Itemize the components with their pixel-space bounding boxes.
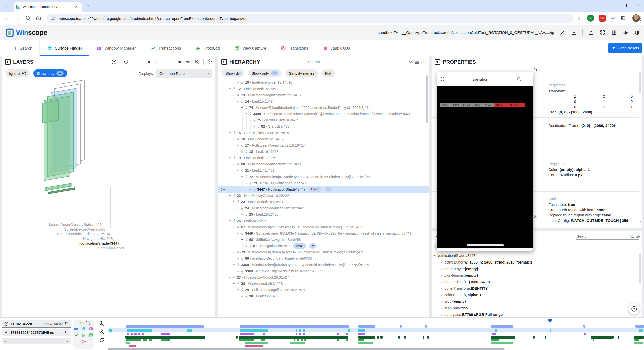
expand-arrow-icon[interactable]: ▾ <box>227 155 232 161</box>
nav-tab-window-manager[interactable]: Window Manager <box>89 40 143 56</box>
filter-presets-button[interactable]: Filter Presets <box>608 43 642 53</box>
nav-tab-search[interactable]: Search <box>5 40 39 56</box>
dark-mode-toggle-icon[interactable] <box>634 29 640 36</box>
zoom-in-icon[interactable] <box>186 59 191 65</box>
hierarchy-row[interactable]: 18 - Leaf:16:16#18 <box>218 149 429 155</box>
detail-row[interactable]: crop: {empty} <box>432 298 642 305</box>
hierarchy-row[interactable]: ▾14 - Leaf:15:15#14 <box>218 98 429 105</box>
pin-icon[interactable] <box>240 98 245 103</box>
report-bug-icon[interactable] <box>622 29 629 36</box>
spacing-slider[interactable] <box>163 62 182 62</box>
scissors-extension-icon[interactable]: ✂ <box>610 15 616 22</box>
hierarchy-chip-show-only[interactable]: Show onlyV <box>248 69 282 77</box>
hierarchy-row[interactable]: ▾24 - FullscreenMagnification:18:23#24 <box>218 205 429 211</box>
reset-view-history-icon[interactable] <box>207 59 212 65</box>
site-settings-icon[interactable] <box>51 16 56 21</box>
hierarchy-row[interactable]: ▾75 - ed70f88 StatusBar#75 <box>218 117 429 123</box>
pin-icon[interactable] <box>245 174 249 179</box>
hierarchy-row[interactable]: ▾12 - OneHanded:15:15#12 <box>218 86 429 92</box>
pin-icon[interactable] <box>240 79 245 84</box>
window-maximize-icon[interactable] <box>623 2 632 9</box>
collapse-filter-icon[interactable]: ⌃ <box>86 321 90 325</box>
expand-arrow-icon[interactable]: ▾ <box>239 237 245 243</box>
scroll-left-icon[interactable]: ‹ <box>5 339 6 343</box>
expand-arrow-icon[interactable]: ▾ <box>239 174 245 180</box>
pin-icon[interactable] <box>236 92 241 97</box>
expand-arrow-icon[interactable]: ▾ <box>244 180 249 186</box>
timeline-mini-scrollbar[interactable]: ‹ › <box>2 338 71 344</box>
bookmark-star-icon[interactable]: ☆ <box>576 15 582 22</box>
expand-arrow-icon[interactable]: ▾ <box>227 218 232 224</box>
timeline-reset-zoom-icon[interactable] <box>99 337 105 343</box>
hierarchy-row[interactable]: ▾22 - HideDisplayCutout:18:23#22 <box>218 193 429 199</box>
detail-row[interactable]: bounds: (0, 0) - (1080, 2400) <box>432 279 642 285</box>
filter-chart-icon[interactable] <box>74 333 79 338</box>
detail-row[interactable]: blurRegions: [empty] <box>432 272 642 279</box>
pin-icon[interactable] <box>245 293 249 298</box>
hierarchy-row[interactable]: 25 - Leaf:18:23#25 <box>218 211 429 218</box>
timeline-canvas[interactable] <box>108 318 644 350</box>
detail-row[interactable]: currFrame: 155 <box>432 305 642 311</box>
filter-frames-icon[interactable] <box>89 333 93 338</box>
3d-cube-icon[interactable] <box>111 59 117 65</box>
layers-3d-view[interactable]: ScreenDecorOverlayBottom#61ScreenDecorOv… <box>4 79 213 317</box>
hierarchy-chip-flat[interactable]: Flat <box>321 69 335 77</box>
filter-swirl-icon[interactable] <box>81 339 86 344</box>
window-close-icon[interactable]: ✕ <box>634 2 642 9</box>
nav-tab-view-capture[interactable]: View Capture <box>227 40 273 56</box>
collapse-panel-icon[interactable] <box>5 59 11 65</box>
pin-icon[interactable] <box>253 117 257 122</box>
copy-icon[interactable] <box>65 322 69 326</box>
copy-icon[interactable] <box>65 330 69 335</box>
detail-row[interactable]: dataspace: BT709 sRGB Full range <box>432 311 642 317</box>
expand-arrow-icon[interactable]: ▾ <box>235 205 240 211</box>
collapse-timeline-fab[interactable] <box>628 303 640 315</box>
pin-icon[interactable] <box>240 268 245 273</box>
edit-filename-icon[interactable] <box>559 29 566 36</box>
pin-icon[interactable] <box>257 123 261 128</box>
nav-tab-protolog[interactable]: ProtoLog <box>188 40 227 56</box>
upload-trace-icon[interactable] <box>588 29 594 36</box>
url-bar[interactable]: winscope.teams.x20web.corp.google.com/pr… <box>47 14 573 23</box>
expand-arrow-icon[interactable]: ▾ <box>231 161 236 167</box>
expand-arrow-icon[interactable]: ▾ <box>227 130 232 136</box>
filter-lines-icon[interactable] <box>81 333 86 338</box>
match-case-icon[interactable]: Aa <box>409 60 413 64</box>
detail-scrollbar[interactable] <box>639 253 641 284</box>
pin-icon[interactable] <box>232 218 237 223</box>
hierarchy-row[interactable]: ▾29 - FullscreenMagnification:26:27#29 <box>218 287 429 293</box>
expand-arrow-icon[interactable]: ▾ <box>235 287 240 293</box>
nav-tab-jank-cujs[interactable]: Jank CUJs <box>315 40 357 56</box>
pin-icon[interactable] <box>232 193 237 198</box>
detail-row[interactable]: bufferTransform: IDENTITY <box>432 285 642 292</box>
hierarchy-row[interactable]: ▾16 - OneHanded:16:16#16 <box>218 136 429 142</box>
expand-arrow-icon[interactable]: ▾ <box>235 142 240 149</box>
hierarchy-row[interactable]: 80 - ace6abb SecondaryHomeHandle0#80 <box>218 255 429 262</box>
hierarchy-row[interactable]: ▾27 - HideDisplayCutout:26:31#27 <box>218 274 429 281</box>
timeline-cursor[interactable] <box>550 323 550 348</box>
hierarchy-row[interactable]: ▾28 - OneHanded:26:31#28 <box>218 281 429 287</box>
pin-icon[interactable] <box>249 111 253 116</box>
extension-check-icon[interactable]: ✓ <box>587 15 594 22</box>
filter-layers-icon[interactable] <box>81 326 86 331</box>
reload-icon[interactable] <box>25 15 32 22</box>
pin-icon[interactable] <box>236 249 241 254</box>
hierarchy-row[interactable]: 3369 - 67726bf EdgeBackGestureHandler0#3… <box>218 268 429 274</box>
hierarchy-row[interactable]: 10 - ImePlaceholder:13:14#10 <box>218 79 429 86</box>
pin-icon[interactable] <box>249 180 253 185</box>
browser-tab[interactable]: Winscope | sandbox-FAIL ✕ <box>14 2 82 12</box>
info-icon[interactable] <box>517 77 522 82</box>
filter-videocam-icon[interactable] <box>74 326 79 331</box>
hierarchy-chip-simplify-names[interactable]: Simplify names <box>285 69 318 77</box>
pin-icon[interactable] <box>245 105 249 110</box>
properties-search-input[interactable] <box>576 233 627 239</box>
whole-word-icon[interactable]: ab <box>636 235 640 238</box>
hierarchy-row[interactable]: ▾3368 - WindowToken{f6b2f60 type=2024 an… <box>218 262 429 268</box>
expand-arrow-icon[interactable]: ▾ <box>231 249 236 255</box>
pin-icon[interactable] <box>236 281 241 286</box>
expand-arrow-icon[interactable]: ▾ <box>231 199 236 205</box>
detail-row[interactable]: activeBuffer: w: 1080, h: 2400, stride: … <box>432 259 642 266</box>
pin-icon[interactable] <box>249 243 253 248</box>
tab-search-chevron-icon[interactable]: ⌄ <box>3 2 10 9</box>
pin-icon[interactable] <box>245 237 249 242</box>
